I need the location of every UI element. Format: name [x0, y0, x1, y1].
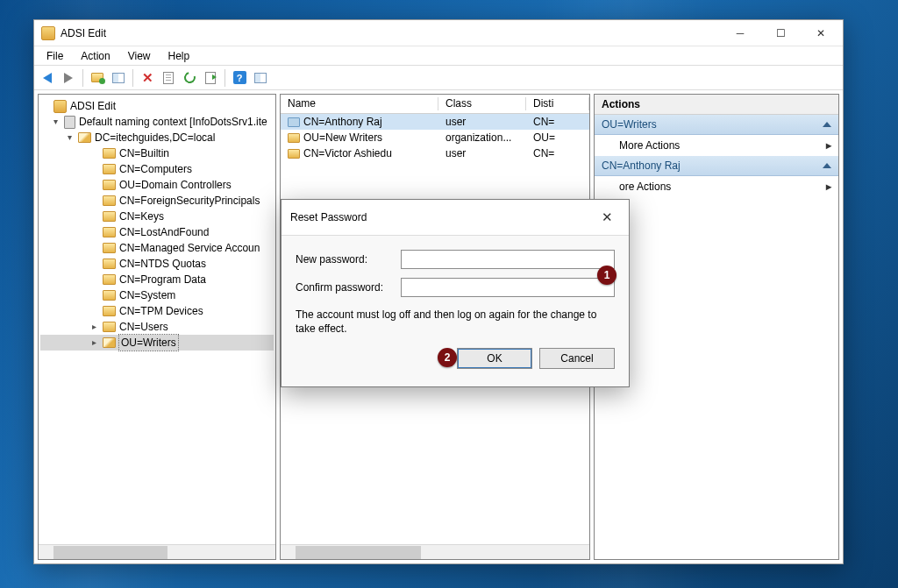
- collapse-icon: [823, 163, 831, 168]
- folder-icon: [103, 306, 116, 316]
- refresh-icon: [182, 70, 197, 86]
- tree-item[interactable]: CN=TPM Devices: [40, 303, 274, 319]
- actions-title: Actions: [595, 95, 838, 115]
- close-button[interactable]: ✕: [801, 20, 841, 46]
- delete-button[interactable]: ✕: [138, 68, 157, 88]
- adsi-root-icon: [53, 100, 67, 113]
- confirm-password-label: Confirm password:: [296, 281, 401, 294]
- actions-more-object[interactable]: ore Actions ▸: [595, 176, 838, 197]
- folder-icon: [103, 337, 116, 348]
- tree-context[interactable]: ▾ Default naming context [InfoDotsSrv1.i…: [40, 114, 274, 130]
- new-password-input[interactable]: [401, 250, 615, 269]
- menu-action[interactable]: Action: [72, 48, 118, 64]
- chevron-right-icon: ▸: [826, 181, 831, 193]
- help-icon: ?: [233, 71, 246, 84]
- tree-root[interactable]: ADSI Edit: [40, 98, 274, 114]
- menu-file[interactable]: File: [38, 48, 72, 64]
- arrow-left-icon: [43, 73, 52, 83]
- folder-icon: [103, 164, 116, 174]
- tree-item[interactable]: CN=Builtin: [40, 145, 274, 161]
- tree-item[interactable]: CN=NTDS Quotas: [40, 256, 274, 272]
- folder-icon: [103, 148, 116, 159]
- dialog-title: Reset Password: [290, 211, 367, 223]
- menu-view[interactable]: View: [119, 48, 160, 64]
- tree-item[interactable]: OU=Domain Controllers: [40, 177, 274, 193]
- callout-2: 2: [438, 348, 457, 367]
- folder-icon: [103, 259, 116, 269]
- list-row[interactable]: CN=Anthony RajuserCN=: [281, 114, 589, 130]
- toolbar: ✕ ?: [34, 66, 843, 90]
- reset-password-dialog: Reset Password ✕ New password: Confirm p…: [281, 199, 630, 387]
- arrow-right-icon: [64, 73, 73, 83]
- folder-icon: [103, 195, 116, 206]
- tree-item[interactable]: CN=LostAndFound: [40, 224, 274, 240]
- list-row[interactable]: CN=Victor AshieduuserCN=: [281, 145, 589, 161]
- sheet-icon: [163, 72, 174, 84]
- new-password-label: New password:: [296, 253, 401, 266]
- window-title: ADSI Edit: [61, 27, 720, 39]
- tree-item[interactable]: ▸CN=Users: [40, 319, 274, 335]
- col-name[interactable]: Name: [281, 95, 438, 113]
- back-button[interactable]: [38, 68, 57, 88]
- tree-item[interactable]: CN=Managed Service Accoun: [40, 240, 274, 256]
- list-hscroll[interactable]: [281, 544, 589, 559]
- object-icon: [288, 117, 300, 127]
- tree-item[interactable]: CN=System: [40, 287, 274, 303]
- folder-icon: [103, 180, 116, 190]
- tree-hscroll[interactable]: [39, 544, 275, 559]
- folder-icon: [103, 227, 116, 237]
- dialog-note: The account must log off and then log on…: [296, 308, 615, 336]
- forward-button[interactable]: [59, 68, 78, 88]
- refresh-button[interactable]: [180, 68, 199, 88]
- properties-button[interactable]: [159, 68, 178, 88]
- confirm-password-input[interactable]: [401, 278, 615, 297]
- context-icon: [64, 116, 75, 129]
- export-icon: [205, 72, 216, 84]
- folder-icon: [103, 290, 116, 301]
- maximize-button[interactable]: ☐: [760, 20, 801, 46]
- actions-section-writers[interactable]: OU=Writers: [595, 115, 838, 135]
- callout-1: 1: [597, 266, 616, 285]
- tree-domain[interactable]: ▾ DC=itechguides,DC=local: [40, 130, 274, 145]
- tree-item[interactable]: CN=Computers: [40, 161, 274, 177]
- tree-item[interactable]: ▸OU=Writers: [40, 335, 274, 351]
- minimize-button[interactable]: ─: [720, 20, 760, 46]
- folder-up-icon: [91, 73, 103, 82]
- actions-section-object[interactable]: CN=Anthony Raj: [595, 156, 838, 176]
- tree-item[interactable]: CN=Keys: [40, 209, 274, 224]
- app-icon: [41, 26, 55, 40]
- folder-icon: [103, 322, 116, 332]
- object-icon: [288, 149, 300, 159]
- folder-icon: [103, 243, 116, 253]
- object-icon: [288, 133, 300, 143]
- dialog-close-button[interactable]: ✕: [594, 207, 620, 228]
- cancel-button[interactable]: Cancel: [539, 348, 615, 369]
- collapse-icon: [823, 122, 831, 127]
- actions-panel-icon: [254, 73, 267, 83]
- chevron-right-icon: ▸: [826, 139, 831, 152]
- titlebar[interactable]: ADSI Edit ─ ☐ ✕: [34, 20, 843, 46]
- list-row[interactable]: OU=New Writersorganization...OU=: [281, 130, 589, 145]
- col-dn[interactable]: Disti: [526, 95, 589, 113]
- show-pane-button[interactable]: [109, 68, 128, 88]
- delete-icon: ✕: [142, 70, 153, 86]
- list-header: Name Class Disti: [281, 95, 589, 114]
- help-button[interactable]: ?: [230, 68, 249, 88]
- tree-item[interactable]: CN=Program Data: [40, 272, 274, 287]
- tree-item[interactable]: CN=ForeignSecurityPrincipals: [40, 193, 274, 209]
- menubar: File Action View Help: [34, 46, 843, 66]
- export-button[interactable]: [201, 68, 220, 88]
- panel-icon: [112, 73, 125, 83]
- actions-pane: Actions OU=Writers More Actions ▸ CN=Ant…: [594, 94, 839, 560]
- actions-pane-button[interactable]: [251, 68, 270, 88]
- folder-icon: [103, 274, 116, 285]
- menu-help[interactable]: Help: [160, 48, 199, 64]
- actions-more-writers[interactable]: More Actions ▸: [595, 135, 838, 156]
- col-class[interactable]: Class: [438, 95, 526, 113]
- up-button[interactable]: [88, 68, 107, 88]
- folder-icon: [103, 211, 116, 222]
- ok-button[interactable]: OK: [457, 348, 532, 369]
- tree-pane: ADSI Edit ▾ Default naming context [Info…: [38, 94, 276, 560]
- folder-icon: [78, 132, 91, 143]
